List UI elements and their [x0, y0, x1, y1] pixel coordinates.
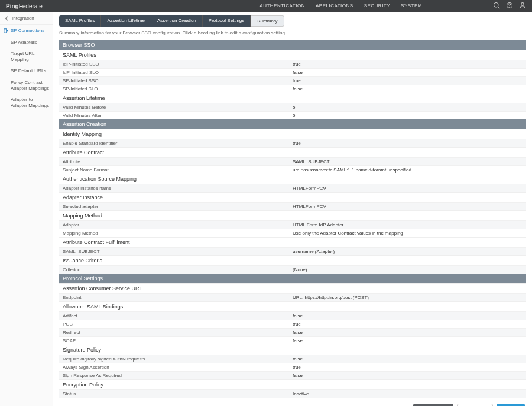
- help-icon[interactable]: [506, 2, 513, 10]
- done-button[interactable]: Done: [497, 404, 525, 406]
- config-tabs: SAML Profiles Assertion Lifetime Asserti…: [59, 15, 526, 27]
- previous-button[interactable]: Previous: [457, 404, 493, 406]
- exit-icon: [4, 28, 8, 33]
- nav-applications[interactable]: APPLICATIONS: [316, 1, 353, 11]
- footer-buttons: Cancel Save Draft Previous Done: [59, 398, 526, 406]
- summary-row-key: Artifact: [63, 313, 293, 319]
- summary-row-key: Subject Name Format: [63, 167, 293, 173]
- sidebar-item-sp-adapters[interactable]: SP Adapters: [0, 37, 53, 48]
- summary-row: Selected adapterHTMLFormPCV: [59, 202, 526, 210]
- summary-row-key: Status: [63, 391, 293, 397]
- summary-row-value: HTMLFormPCV: [293, 204, 523, 209]
- summary-row-value: HTMLFormPCV: [293, 186, 523, 191]
- search-icon[interactable]: [493, 2, 500, 10]
- cancel-button[interactable]: Cancel: [378, 404, 410, 406]
- section-subhead[interactable]: Adapter Instance: [59, 192, 526, 202]
- summary-sections: Browser SSOSAML ProfilesIdP-Initiated SS…: [59, 40, 526, 398]
- tab-protocol-settings[interactable]: Protocol Settings: [203, 15, 251, 27]
- summary-row-key: Attribute: [63, 159, 293, 164]
- sidebar-item-label: Policy Contract Adapter Mappings: [11, 80, 49, 91]
- tab-summary[interactable]: Summary: [251, 15, 284, 27]
- sidebar-item-label: SP Connections: [11, 28, 44, 34]
- nav-security[interactable]: SECURITY: [364, 1, 390, 11]
- section-subhead[interactable]: Assertion Consumer Service URL: [59, 283, 526, 293]
- summary-row-value: true: [293, 365, 523, 370]
- summary-row-value: false: [293, 338, 523, 343]
- section-subhead[interactable]: Authentication Source Mapping: [59, 174, 526, 184]
- summary-row-value: false: [293, 373, 523, 378]
- section-subhead[interactable]: Allowable SAML Bindings: [59, 301, 526, 311]
- summary-row-key: Endpoint: [63, 295, 293, 300]
- summary-row: Always Sign Assertiontrue: [59, 363, 526, 371]
- summary-row-key: Require digitally signed AuthN requests: [63, 356, 293, 362]
- summary-row: SOAPfalse: [59, 336, 526, 345]
- save-draft-button[interactable]: Save Draft: [413, 404, 454, 406]
- summary-row-key: SAML_SUBJECT: [63, 249, 293, 254]
- summary-row-key: Criterion: [63, 267, 293, 272]
- section-subhead[interactable]: Encryption Policy: [59, 379, 526, 389]
- section-subhead[interactable]: Mapping Method: [59, 210, 526, 220]
- summary-row-key: Selected adapter: [63, 204, 293, 209]
- summary-row-value: false: [293, 330, 523, 335]
- summary-row: POSTtrue: [59, 320, 526, 328]
- sidebar-item-adapter-to-adapter-mappings[interactable]: Adapter-to-Adapter Mappings: [0, 94, 53, 111]
- summary-row-value: Use only the Adapter Contract values in …: [293, 230, 523, 236]
- nav-authentication[interactable]: AUTHENTICATION: [259, 1, 305, 11]
- tab-assertion-lifetime[interactable]: Assertion Lifetime: [101, 15, 151, 27]
- nav-system[interactable]: SYSTEM: [401, 1, 422, 11]
- summary-row-value: false: [293, 70, 523, 75]
- section-subhead[interactable]: Issuance Criteria: [59, 255, 526, 265]
- tab-assertion-creation[interactable]: Assertion Creation: [151, 15, 203, 27]
- summary-row: SAML_SUBJECTusername (Adapter): [59, 247, 526, 255]
- summary-row-value: true: [293, 321, 523, 327]
- summary-row-value: URL: https://httpbin.org/post (POST): [293, 295, 523, 300]
- svg-point-0: [494, 3, 499, 8]
- sidebar-item-sp-connections[interactable]: SP Connections: [0, 25, 53, 37]
- summary-row: Valid Minutes After5: [59, 111, 526, 119]
- content-panel: SAML Profiles Assertion Lifetime Asserti…: [53, 12, 532, 406]
- summary-row: Mapping MethodUse only the Adapter Contr…: [59, 229, 526, 237]
- summary-row-key: Adapter: [63, 222, 293, 228]
- section-subhead[interactable]: Attribute Contract Fulfillment: [59, 237, 526, 247]
- summary-row-value: username (Adapter): [293, 249, 523, 254]
- summary-row: IdP-Initiated SLOfalse: [59, 68, 526, 76]
- summary-row-value: Inactive: [293, 391, 523, 397]
- summary-help-text: Summary information for your Browser SSO…: [59, 30, 526, 35]
- section-banner: Browser SSO: [59, 40, 526, 50]
- section-subhead[interactable]: Identity Mapping: [59, 129, 526, 139]
- sidebar-item-label: SP Adapters: [11, 40, 37, 46]
- summary-row: Sign Response As Requiredfalse: [59, 371, 526, 379]
- summary-row-key: IdP-Initiated SSO: [63, 61, 293, 67]
- sidebar-item-sp-default-urls[interactable]: SP Default URLs: [0, 65, 53, 77]
- top-nav: AUTHENTICATION APPLICATIONS SECURITY SYS…: [259, 1, 422, 11]
- section-subhead[interactable]: SAML Profiles: [59, 50, 526, 60]
- summary-row-value: false: [293, 356, 523, 362]
- sidebar-item-target-url-mapping[interactable]: Target URL Mapping: [0, 48, 53, 65]
- summary-row-key: Sign Response As Required: [63, 373, 293, 378]
- top-icons: [493, 2, 526, 10]
- section-subhead[interactable]: Signature Policy: [59, 345, 526, 355]
- summary-row-value: urn:oasis:names:tc:SAML:1.1:nameid-forma…: [293, 167, 523, 173]
- tab-saml-profiles[interactable]: SAML Profiles: [59, 15, 101, 27]
- summary-row-key: SP-Initiated SLO: [63, 86, 293, 92]
- summary-row-value: 5: [293, 105, 523, 110]
- sidebar-item-policy-contract-adapter-mappings[interactable]: Policy Contract Adapter Mappings: [0, 77, 53, 94]
- brand-logo: PingFederate: [6, 3, 43, 9]
- summary-row-value: SAML_SUBJECT: [293, 159, 523, 164]
- section-subhead[interactable]: Attribute Contract: [59, 147, 526, 157]
- summary-row-key: Adapter instance name: [63, 186, 293, 191]
- summary-row: SP-Initiated SSOtrue: [59, 76, 526, 85]
- user-icon[interactable]: [519, 2, 526, 10]
- sidebar-back[interactable]: Integration: [0, 12, 53, 25]
- summary-row: SP-Initiated SLOfalse: [59, 85, 526, 93]
- svg-line-1: [498, 7, 499, 8]
- section-banner: Protocol Settings: [59, 274, 526, 283]
- summary-row: StatusInactive: [59, 389, 526, 398]
- sidebar-back-label: Integration: [12, 15, 34, 21]
- summary-row-key: POST: [63, 321, 293, 327]
- section-subhead[interactable]: Assertion Lifetime: [59, 93, 526, 103]
- top-bar: PingFederate AUTHENTICATION APPLICATIONS…: [0, 0, 532, 12]
- summary-row-key: IdP-Initiated SLO: [63, 70, 293, 75]
- summary-row-key: SOAP: [63, 338, 293, 343]
- summary-row: IdP-Initiated SSOtrue: [59, 60, 526, 68]
